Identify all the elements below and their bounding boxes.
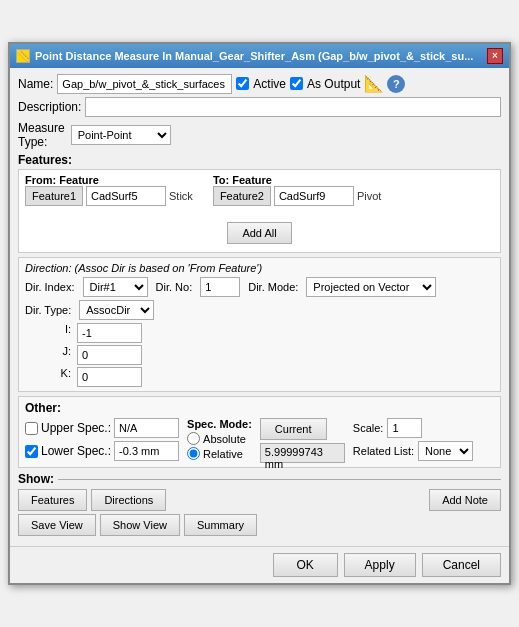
- dialog-title: Point Distance Measure In Manual_Gear_Sh…: [35, 50, 473, 62]
- features-show-button[interactable]: Features: [18, 489, 87, 511]
- relative-radio[interactable]: [187, 447, 200, 460]
- as-output-checkbox[interactable]: [290, 77, 303, 90]
- as-output-label: As Output: [307, 77, 360, 91]
- from-group: From: Feature Feature1 Stick: [25, 174, 193, 206]
- relative-radio-row: Relative: [187, 447, 252, 460]
- add-all-row: Add All: [25, 222, 494, 244]
- i-input[interactable]: [77, 323, 142, 343]
- lower-spec-row: Lower Spec.:: [25, 441, 179, 461]
- lower-spec-input[interactable]: [114, 441, 179, 461]
- dir-no-label: Dir. No:: [156, 281, 193, 293]
- dir-type-select[interactable]: AssocDir: [79, 300, 154, 320]
- related-list-label: Related List:: [353, 445, 414, 457]
- feature2-pair: Feature2 Pivot: [213, 186, 382, 206]
- name-input[interactable]: [57, 74, 232, 94]
- dialog-body: Name: Active As Output 📐 ? Description: …: [10, 68, 509, 547]
- spec-col: Upper Spec.: Lower Spec.:: [25, 418, 179, 461]
- features-section: From: Feature Feature1 Stick To: Feature…: [18, 169, 501, 253]
- title-bar: 📏 Point Distance Measure In Manual_Gear_…: [10, 44, 509, 68]
- upper-spec-label: Upper Spec.:: [41, 421, 111, 435]
- show-view-button[interactable]: Show View: [100, 514, 180, 536]
- related-list-select[interactable]: None: [418, 441, 473, 461]
- direction-section: Direction: (Assoc Dir is based on 'From …: [18, 257, 501, 392]
- dir-no-input[interactable]: [200, 277, 240, 297]
- active-checkbox[interactable]: [236, 77, 249, 90]
- feature2-input[interactable]: [274, 186, 354, 206]
- help-button[interactable]: ?: [387, 75, 405, 93]
- footer: OK Apply Cancel: [10, 546, 509, 583]
- close-button[interactable]: ×: [487, 48, 503, 64]
- relative-label: Relative: [203, 448, 243, 460]
- cancel-button[interactable]: Cancel: [422, 553, 501, 577]
- name-row: Name: Active As Output 📐 ?: [18, 74, 501, 94]
- current-button[interactable]: Current: [260, 418, 327, 440]
- active-label: Active: [253, 77, 286, 91]
- absolute-label: Absolute: [203, 433, 246, 445]
- j-input[interactable]: [77, 345, 142, 365]
- upper-spec-input[interactable]: [114, 418, 179, 438]
- name-label: Name:: [18, 77, 53, 91]
- measure-type-row: MeasureType: Point-Point: [18, 121, 501, 150]
- scale-col: Scale: Related List: None: [353, 418, 473, 461]
- current-col: Current 5.99999743 mm: [260, 418, 345, 463]
- feature1-button[interactable]: Feature1: [25, 186, 83, 206]
- apply-button[interactable]: Apply: [344, 553, 416, 577]
- feature1-pair: Feature1 Stick: [25, 186, 193, 206]
- k-label: K:: [55, 367, 75, 387]
- show-buttons-row1: Features Directions Add Note: [18, 489, 501, 511]
- add-note-button[interactable]: Add Note: [429, 489, 501, 511]
- description-row: Description:: [18, 97, 501, 117]
- directions-button[interactable]: Directions: [91, 489, 166, 511]
- other-inner: Upper Spec.: Lower Spec.: Spec. Mode: Ab…: [25, 418, 494, 463]
- show-title: Show:: [18, 472, 501, 486]
- upper-spec-checkbox[interactable]: [25, 422, 38, 435]
- k-input[interactable]: [77, 367, 142, 387]
- to-group: To: Feature Feature2 Pivot: [213, 174, 382, 206]
- measure-type-select[interactable]: Point-Point: [71, 125, 171, 145]
- show-section: Show: Features Directions Add Note Save …: [18, 472, 501, 536]
- j-label: J:: [55, 345, 75, 365]
- lower-spec-label: Lower Spec.:: [41, 444, 111, 458]
- description-input[interactable]: [85, 97, 501, 117]
- scale-input[interactable]: [387, 418, 422, 438]
- dialog: 📏 Point Distance Measure In Manual_Gear_…: [8, 42, 511, 586]
- dir-index-label: Dir. Index:: [25, 281, 75, 293]
- measure-type-label: MeasureType:: [18, 121, 65, 150]
- save-view-button[interactable]: Save View: [18, 514, 96, 536]
- pivot-label: Pivot: [357, 190, 381, 202]
- spec-mode-col: Spec. Mode: Absolute Relative: [187, 418, 252, 460]
- other-title: Other:: [25, 401, 494, 415]
- ok-button[interactable]: OK: [273, 553, 338, 577]
- stick-label: Stick: [169, 190, 193, 202]
- spec-mode-label: Spec. Mode:: [187, 418, 252, 430]
- feature2-button[interactable]: Feature2: [213, 186, 271, 206]
- feature1-input[interactable]: [86, 186, 166, 206]
- to-label: To: Feature: [213, 174, 382, 186]
- dir-type-label: Dir. Type:: [25, 304, 71, 316]
- summary-button[interactable]: Summary: [184, 514, 257, 536]
- dir-mode-select[interactable]: Projected on Vector: [306, 277, 436, 297]
- scale-row: Scale:: [353, 418, 473, 438]
- dir-mode-label: Dir. Mode:: [248, 281, 298, 293]
- other-section: Other: Upper Spec.: Lower Spec.:: [18, 396, 501, 468]
- features-label: Features:: [18, 153, 501, 167]
- from-label: From: Feature: [25, 174, 193, 186]
- add-all-button[interactable]: Add All: [227, 222, 291, 244]
- absolute-radio-row: Absolute: [187, 432, 252, 445]
- lower-spec-checkbox[interactable]: [25, 445, 38, 458]
- i-label: I:: [55, 323, 75, 343]
- scale-label: Scale:: [353, 422, 384, 434]
- show-buttons-row2: Save View Show View Summary: [18, 514, 501, 536]
- current-value: 5.99999743 mm: [260, 443, 345, 463]
- dir-index-select[interactable]: Dir#1: [83, 277, 148, 297]
- description-label: Description:: [18, 100, 81, 114]
- absolute-radio[interactable]: [187, 432, 200, 445]
- tape-measure-icon: 📐: [364, 74, 384, 93]
- direction-title: Direction: (Assoc Dir is based on 'From …: [25, 262, 494, 274]
- title-icon: 📏: [16, 49, 30, 63]
- upper-spec-row: Upper Spec.:: [25, 418, 179, 438]
- related-list-row: Related List: None: [353, 441, 473, 461]
